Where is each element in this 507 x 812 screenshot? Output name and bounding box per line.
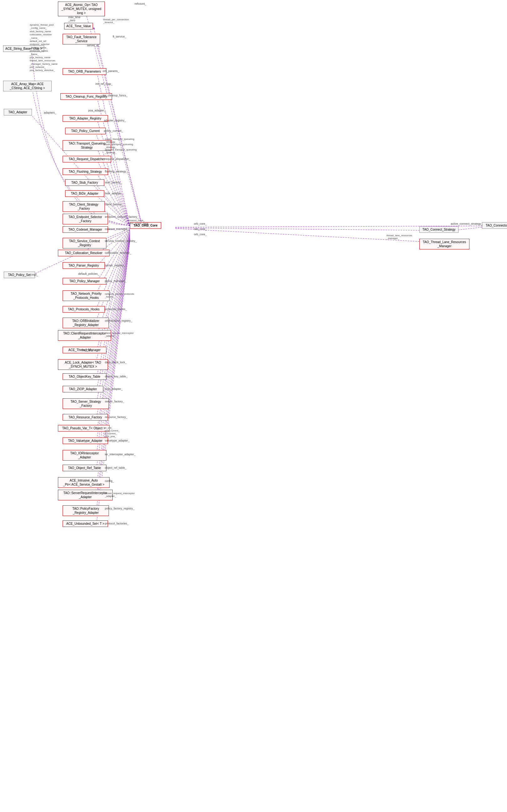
label-request-dispatcher: request_dispatcher_	[105, 157, 130, 161]
label-valuetype-adapter: valuetype_adapter_	[105, 439, 129, 442]
node-tao-bidir-adapter: TAO_BiDir_Adapter	[65, 190, 104, 197]
label-orb-core-connect: orb_core_	[194, 228, 207, 231]
label-ior-interceptor-adapter: ior_interceptor_adapter_	[105, 453, 135, 456]
node-tao-object-ref-table: TAO_Object_Ref_Table	[63, 465, 106, 471]
svg-line-33	[96, 238, 130, 454]
label-timeout-hook: timeout_hook_sync_scope_hook_	[128, 219, 150, 225]
label-adapter-registry: adapter_registry_	[104, 119, 126, 122]
node-tao-collocation-resolver: TAO_Collocation_Resolver	[58, 250, 110, 256]
label-thread-per-connection: thread_per_connection_timeout_	[103, 18, 129, 24]
label-policy-current: policy_current_	[104, 129, 123, 132]
label-ft-service: ft_service_	[113, 35, 126, 38]
label-tss-cleanup: tss_cleanup_funcs_	[103, 94, 128, 97]
node-tao-stub-factory: TAO_Stub_Factory	[65, 179, 104, 186]
node-tao-endpoint-selector-factory: TAO_Endpoint_Selector_Factory	[63, 214, 108, 224]
label-flush-transport: flush_transport_queueing_strategy_	[105, 143, 133, 149]
node-tao-server-strategy-factory: TAO_Server_Strategy_Factory	[63, 398, 109, 409]
label-flushing-strategy: flushing_strategy_	[105, 170, 128, 173]
label-client-request-interceptor-adapter: client_request_interceptor_adapter_	[105, 332, 134, 337]
label-endpoint-selector-factory: endpoint_selector_factory_	[105, 215, 138, 218]
svg-line-40	[175, 228, 450, 231]
label-server-factory: server_factory_	[105, 400, 124, 403]
node-tao-policy-set: TAO_Policy_Set	[4, 272, 35, 278]
node-tao-connect-strategy: TAO_Connect_Strategy	[419, 226, 458, 233]
label-max-time: max_time_zero	[68, 16, 80, 22]
node-tao-client-request-interceptor-adapter: TAO::ClientRequestInterceptor_Adapter	[58, 330, 111, 341]
node-tao-client-strategy-factory: TAO_Client_Strategy_Factory	[63, 201, 105, 212]
label-stub-factory: stub_factory_	[105, 181, 122, 184]
label-network-priority-protocols-hooks: network_priority_protocols_hooks_	[105, 293, 134, 298]
label-data-block-lock: data_block_lock_	[105, 361, 127, 364]
node-tao-fault-tolerance: TAO_Fault_Tolerance_Service	[63, 34, 100, 45]
label-orb-params: orb_params_	[103, 69, 119, 73]
node-tao-policy-factory-registry-adapter: TAO::PolicyFactory_Registry_Adapter	[63, 505, 109, 516]
node-tao-transport-queueing: TAO::Transport_QueueingStrategy	[63, 140, 111, 151]
label-config: config_	[105, 479, 114, 482]
node-tao-thread-lane-resources-manager: TAO_Thread_Lane_Resources_Manager	[419, 239, 469, 249]
label-orb-core-right: orb_core_	[194, 222, 207, 225]
label-policy-factory-registry: policy_factory_registry_	[105, 507, 134, 510]
diagram-container: TAO_ORB_Core ACE_Atomic_Op< TAO_SYNCH_MU…	[0, 0, 507, 812]
label-codeset-manager: codeset_manager_	[105, 228, 129, 231]
label-refcount: refcount_	[134, 2, 147, 5]
label-adapters: adapters_	[44, 111, 56, 114]
label-collocation-resolver: collocation_resolver_	[105, 251, 131, 254]
node-tao-service-context-registry: TAO_Service_Context_Registry	[63, 238, 106, 248]
label-rt-orb: rt_orb_poa_current_rt_current_root_poa_	[105, 426, 120, 438]
label-default-policies: default_policies_	[78, 272, 99, 275]
node-tao-server-request-interceptor-adapter: TAO::ServerRequestInterceptor_Adapter	[58, 490, 113, 500]
label-object-key-table: object_key_table_	[105, 375, 128, 378]
label-poa-adapter: poa_adapter_	[88, 109, 106, 112]
label-resource-factory: resource_factory_	[105, 415, 127, 419]
node-tao-ior-interceptor-adapter: TAO_IORInterceptor_Adapter	[63, 450, 106, 461]
label-impl: impl_	[31, 273, 38, 276]
node-ace-intrusive-auto-ptr: ACE_Intrusive_Auto_Ptr< ACE_Service_Gest…	[58, 477, 110, 488]
node-tao-parser-registry: TAO_Parser_Registry	[63, 262, 105, 269]
node-ace-lock-adapter: ACE_Lock_Adapter< TAO_SYNCH_MUTEX >	[58, 359, 108, 370]
node-tao-adapter-registry: TAO_Adapter_Registry	[63, 115, 108, 122]
node-tao-flushing-strategy: TAO_Flushing_Strategy	[63, 168, 108, 175]
label-protocols-hooks: protocols_hooks_	[105, 307, 127, 311]
label-protocol-factories: protocol_factories_	[105, 522, 129, 525]
label-thr-mgr: thr_mgr_	[81, 348, 93, 351]
node-tao-resource-factory: TAO_Resource_Factory	[63, 414, 108, 420]
node-tao-adapter: TAO_Adapter	[4, 109, 32, 115]
node-tao-connector: TAO_Connector	[482, 222, 507, 229]
label-orb-core-3: orb_core_	[194, 233, 207, 236]
node-tao-codeset-manager: TAO_Codeset_Manager	[63, 226, 108, 233]
node-tao-orbinitializer-registry-adapter: TAO::ORBInitializer_Registry_Adapter	[63, 317, 109, 328]
label-delayed-transport: delayed_transport_queueing_strategy_	[105, 148, 136, 154]
label-policy-manager: policy_manager_	[105, 279, 126, 283]
node-ace-unbounded-set: ACE_Unbounded_Set< T >	[63, 520, 108, 527]
node-tao-pseudo-var: TAO_Pseudo_Var_T< Object >	[58, 425, 110, 431]
label-bidir-adapter: bidir_adapter_	[105, 192, 123, 195]
node-tao-policy-current: TAO_Policy_Current	[65, 128, 106, 134]
label-eager-transport: eager_transport_queueing_strategy_	[105, 138, 134, 143]
node-tao-valuetype-adapter: TAO_Valuetype_Adapter	[63, 438, 108, 444]
label-service-context-registry: service_context_registry_	[105, 239, 137, 242]
node-ace-time-value: ACE_Time_Value	[64, 23, 93, 30]
label-active-connect-strategy: active_connect_strategy_	[451, 222, 483, 225]
node-tao-network-priority-protocols-hooks: TAO_Network_Priority_Protocols_Hooks	[63, 290, 110, 301]
label-parser-registry: parser_registry_	[105, 264, 125, 267]
label-object-ref-table: object_ref_table_	[105, 466, 126, 469]
node-tao-ziop-adapter: TAO_ZIOP_Adapter	[63, 386, 103, 392]
node-tao-orb-parameters: TAO_ORB_Parameters	[63, 68, 106, 75]
label-ziop-adapter: ziop_adapter_	[105, 387, 123, 391]
node-tao-policy-manager: TAO_Policy_Manager	[63, 278, 106, 284]
label-client-factory: client_factory_	[105, 203, 123, 206]
node-ace-atomic-op: ACE_Atomic_Op< TAO_SYNCH_MUTEX, unsigned…	[58, 2, 105, 16]
label-init-ref-map: init_ref_map_	[96, 82, 113, 85]
label-orbinitializer-registry: orbinitializer_registry_	[105, 319, 132, 322]
label-server-request-interceptor-adapter: server_request_interceptor_adapter_	[105, 492, 135, 498]
node-ace-array-map: ACE_Array_Map< ACE_CString, ACE_CString …	[3, 81, 52, 92]
label-thread-lane-resources-manager: thread_lane_resources_manager_	[387, 234, 412, 240]
node-tao-request-dispatcher: TAO_Request_Dispatcher	[63, 156, 111, 162]
label-server-id: server_id_	[87, 44, 100, 47]
node-tao-protocols-hooks: TAO_Protocols_Hooks	[63, 306, 105, 312]
node-tao-objectkey-table: TAO_ObjectKey_Table	[63, 373, 106, 380]
label-dynamic-thread-pool: dynamic_thread_pool_config_name_stub_fac…	[30, 23, 58, 72]
